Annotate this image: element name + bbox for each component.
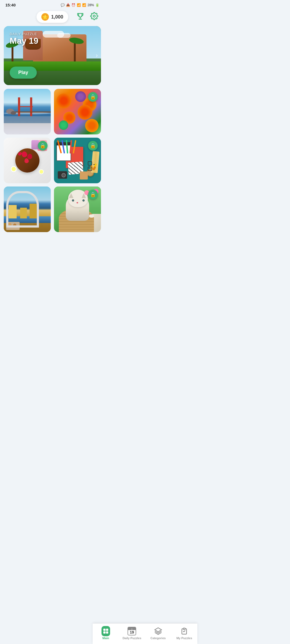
alarm-icon: ⏰ bbox=[71, 3, 75, 7]
lock-badge-pie: 🔒 bbox=[38, 141, 48, 151]
daisy-2 bbox=[39, 169, 44, 174]
status-bar: 15:40 💬 📥 ⏰ 📶 📶 28% 🔋 bbox=[0, 0, 105, 9]
lock-icon-pie: 🔒 bbox=[40, 143, 46, 148]
hero-date: May 19 bbox=[10, 36, 38, 46]
download-icon: 📥 bbox=[66, 3, 70, 7]
cat-eye-right bbox=[82, 199, 85, 202]
signal-icon: 📶 bbox=[82, 3, 86, 7]
puzzle-card-flowers[interactable]: 🔒 bbox=[54, 89, 101, 134]
hero-daily-label: DAILY PUZZLE bbox=[10, 32, 38, 36]
glasses bbox=[88, 161, 99, 166]
hero-scroll-arrow: › bbox=[96, 52, 98, 59]
lock-icon-stationery: 🔒 bbox=[90, 143, 96, 148]
puzzle-image-bridge bbox=[4, 89, 51, 134]
trophy-button[interactable] bbox=[75, 11, 85, 21]
hero-daily-puzzle-card[interactable]: DAILY PUZZLE May 19 Play › bbox=[4, 26, 101, 85]
puzzle-card-pie[interactable]: 🔒 bbox=[4, 138, 51, 183]
lock-icon-flowers: 🔒 bbox=[90, 94, 96, 99]
puzzle-card-stationery[interactable]: 🔒 bbox=[54, 138, 101, 183]
bridge-main-cable bbox=[18, 106, 33, 107]
settings-button[interactable] bbox=[89, 11, 99, 21]
main-content: DAILY PUZZLE May 19 Play › bbox=[0, 26, 105, 254]
cat-paw bbox=[89, 214, 94, 218]
status-time: 15:40 bbox=[5, 3, 16, 7]
cat-nose bbox=[77, 202, 78, 203]
svg-point-0 bbox=[93, 15, 95, 17]
cat-ear-left bbox=[69, 193, 73, 198]
lock-icon-cat: 🔒 bbox=[90, 192, 96, 197]
puzzle-card-cat[interactable]: 🔒 bbox=[54, 186, 101, 232]
rock-2 bbox=[11, 111, 16, 115]
whatsapp-icon: 💬 bbox=[61, 3, 65, 7]
star-icon: ⭐ bbox=[41, 13, 49, 21]
bridge-water-road bbox=[4, 112, 51, 134]
gift-box bbox=[80, 171, 88, 180]
play-button[interactable]: Play bbox=[10, 67, 37, 79]
puzzle-grid: 🔒 🔒 bbox=[4, 89, 101, 232]
cat-eye-left bbox=[72, 199, 74, 202]
arch-window bbox=[6, 191, 39, 228]
top-right-actions bbox=[75, 11, 99, 21]
puzzle-image-village bbox=[4, 186, 51, 232]
hero-overlay-text: DAILY PUZZLE May 19 bbox=[10, 32, 38, 46]
battery-icon: 🔋 bbox=[95, 3, 99, 7]
cloud-2 bbox=[57, 33, 71, 38]
battery-text: 28% bbox=[88, 3, 94, 7]
top-bar: ⭐ 1,000 bbox=[0, 9, 105, 26]
coin-badge[interactable]: ⭐ 1,000 bbox=[37, 11, 68, 23]
coin-amount: 1,000 bbox=[51, 14, 63, 20]
lock-badge-stationery: 🔒 bbox=[88, 141, 98, 151]
lock-badge-cat: 🔒 bbox=[88, 190, 98, 199]
camera-lens bbox=[61, 173, 66, 177]
wifi-icon: 📶 bbox=[77, 3, 81, 7]
daisy-1 bbox=[11, 166, 17, 172]
lock-badge-flowers: 🔒 bbox=[88, 92, 98, 102]
puzzle-card-village[interactable] bbox=[4, 186, 51, 232]
status-icons: 💬 📥 ⏰ 📶 📶 28% 🔋 bbox=[61, 3, 99, 7]
puzzle-card-bridge[interactable] bbox=[4, 89, 51, 134]
